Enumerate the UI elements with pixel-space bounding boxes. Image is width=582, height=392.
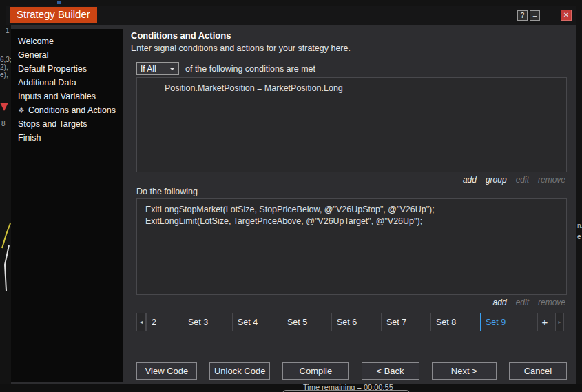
actions-add-link[interactable]: add <box>493 298 507 307</box>
conditions-remove-link: remove <box>538 175 565 185</box>
chart-label-fragment: n.. <box>577 222 582 229</box>
current-step-icon: ❖ <box>18 106 25 114</box>
tab-set-8[interactable]: Set 8 <box>430 313 481 331</box>
chart-label-fragment: e), <box>0 71 8 79</box>
sidebar-item-inputs-and-variables[interactable]: Inputs and Variables <box>11 90 123 103</box>
bottom-strip: Time remaining = 00:00:55 <box>0 384 582 392</box>
tab-scroll-left-button[interactable]: ◄ <box>136 313 146 331</box>
scroll-right-icon: ► <box>557 320 562 324</box>
actions-label: Do the following <box>136 187 567 196</box>
chart-label-fragment: 6,3; <box>0 56 12 63</box>
scroll-left-icon: ◄ <box>139 320 144 324</box>
chart-label-fragment: 2), <box>0 63 8 71</box>
tab-set-6[interactable]: Set 6 <box>331 313 382 331</box>
sidebar-item-stops-and-targets[interactable]: Stops and Targets <box>11 117 123 131</box>
sidebar-item-additional-data[interactable]: Additional Data <box>11 76 123 90</box>
titlebar-buttons: ? – ✕ <box>517 10 572 21</box>
plus-icon: + <box>542 316 548 328</box>
actions-remove-link: remove <box>538 298 565 307</box>
condition-mode-row: If All of the following conditions are m… <box>136 62 567 75</box>
back-button[interactable]: < Back <box>362 362 419 380</box>
page-title: Conditions and Actions <box>131 30 567 41</box>
cancel-button[interactable]: Cancel <box>509 362 567 380</box>
minimize-button[interactable]: – <box>530 10 540 21</box>
conditions-edit-link: edit <box>516 175 529 185</box>
actions-links: add edit remove <box>136 298 565 307</box>
tab-scroll-right-button[interactable]: ► <box>555 313 564 331</box>
sidebar-item-general[interactable]: General <box>11 48 123 62</box>
window-title: Strategy Builder <box>10 7 97 23</box>
conditions-group-link[interactable]: group <box>486 175 507 185</box>
chart-label-fragment: e <box>577 233 581 240</box>
chart-lines <box>0 219 11 302</box>
condition-mode-caption: of the following conditions are met <box>185 64 315 74</box>
set-tabstrip: ◄ 2 Set 3 Set 4 Set 5 Set 6 Set 7 Set 8 … <box>136 313 567 331</box>
actions-edit-link: edit <box>516 298 529 307</box>
screen: 1 6,3; 2), e), 8 n.. e Strategy Builder … <box>0 0 582 392</box>
chart-background-right: n.. e <box>576 0 582 392</box>
close-icon: ✕ <box>563 11 569 19</box>
strategy-builder-window: Welcome General Default Properties Addit… <box>11 25 576 384</box>
chart-label-fragment: 8 <box>1 120 6 127</box>
dialog-buttons: View Code Unlock Code Compile < Back Nex… <box>136 362 567 380</box>
tab-set-2[interactable]: 2 <box>146 313 183 331</box>
condition-item[interactable]: Position.MarketPosition = MarketPosition… <box>165 83 561 94</box>
chevron-down-icon <box>169 68 175 70</box>
tab-set-7[interactable]: Set 7 <box>381 313 431 331</box>
help-icon: ? <box>521 12 525 19</box>
tab-set-9[interactable]: Set 9 <box>480 313 530 331</box>
chart-marker-dot <box>57 1 61 4</box>
sidebar-item-conditions-and-actions[interactable]: ❖Conditions and Actions <box>11 103 123 117</box>
sidebar-item-finish[interactable]: Finish <box>11 131 123 145</box>
tab-set-4[interactable]: Set 4 <box>232 313 282 331</box>
conditions-list[interactable]: Position.MarketPosition = MarketPosition… <box>136 77 567 172</box>
action-item[interactable]: ExitLongLimit(LotSize, TargetPriceAbove,… <box>145 216 561 227</box>
page-subtitle: Enter signal conditions and actions for … <box>131 43 567 53</box>
unlock-code-button[interactable]: Unlock Code <box>209 362 270 380</box>
add-set-button[interactable]: + <box>537 313 552 331</box>
conditions-links: add group edit remove <box>136 175 565 185</box>
conditions-add-link[interactable]: add <box>463 175 477 185</box>
sidebar-item-default-properties[interactable]: Default Properties <box>11 62 123 76</box>
compile-button[interactable]: Compile <box>282 362 349 380</box>
help-button[interactable]: ? <box>517 10 528 21</box>
next-button[interactable]: Next > <box>432 362 497 380</box>
view-code-button[interactable]: View Code <box>136 362 197 380</box>
sell-arrow-icon <box>0 103 8 111</box>
main-panel: Conditions and Actions Enter signal cond… <box>131 29 567 380</box>
chart-label-fragment: 1 <box>6 27 10 34</box>
actions-list[interactable]: ExitLongStopMarket(LotSize, StopPriceBel… <box>136 198 567 295</box>
condition-mode-value: If All <box>141 64 156 74</box>
chart-background-left: 1 6,3; 2), e), 8 <box>0 0 11 392</box>
close-button[interactable]: ✕ <box>561 10 572 21</box>
minimize-icon: – <box>533 12 537 19</box>
sidebar-item-welcome[interactable]: Welcome <box>11 34 123 48</box>
sidebar: Welcome General Default Properties Addit… <box>11 29 123 382</box>
condition-mode-select[interactable]: If All <box>136 62 179 75</box>
tab-set-3[interactable]: Set 3 <box>183 313 233 331</box>
action-item[interactable]: ExitLongStopMarket(LotSize, StopPriceBel… <box>145 204 561 216</box>
tab-set-5[interactable]: Set 5 <box>282 313 332 331</box>
titlebar[interactable]: Strategy Builder ? – ✕ <box>6 6 576 25</box>
